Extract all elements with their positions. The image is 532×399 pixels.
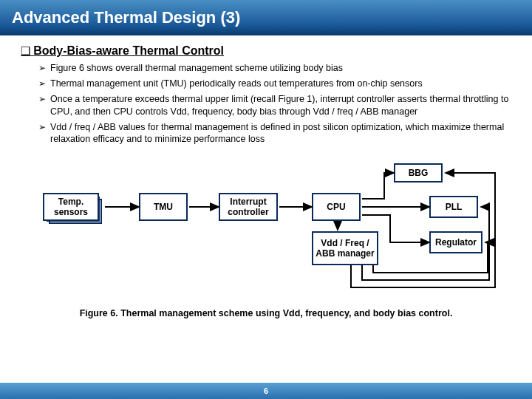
bullet-item: Thermal management unit (TMU) periodical… — [38, 78, 511, 90]
box-temp-sensors: Temp. sensors — [43, 193, 99, 221]
bullet-item: Figure 6 shows overall thermal managemen… — [38, 62, 511, 75]
slide-title: Advanced Thermal Design (3) — [12, 8, 240, 27]
slide-body: Body-Bias-aware Thermal Control Figure 6… — [0, 35, 532, 318]
page-number: 6 — [0, 383, 532, 399]
bullet-item: Once a temperature exceeds thermal upper… — [38, 93, 511, 118]
figure-diagram: Temp. sensors TMU Interrupt controller C… — [21, 163, 511, 304]
bullet-item: Vdd / freq / ABB values for thermal mana… — [38, 121, 511, 146]
box-bbg: BBG — [394, 163, 443, 183]
box-regulator: Regulator — [429, 231, 482, 253]
bullet-list: Figure 6 shows overall thermal managemen… — [21, 62, 511, 146]
box-interrupt-controller: Interrupt controller — [219, 193, 278, 221]
slide-header: Advanced Thermal Design (3) — [0, 0, 532, 35]
box-cpu: CPU — [312, 193, 361, 221]
box-tmu: TMU — [139, 193, 188, 221]
box-pll: PLL — [429, 196, 478, 218]
figure-caption: Figure 6. Thermal management scheme usin… — [21, 308, 511, 318]
section-heading: Body-Bias-aware Thermal Control — [21, 44, 511, 58]
box-vdd-freq-abb-manager: Vdd / Freq / ABB manager — [312, 231, 378, 265]
